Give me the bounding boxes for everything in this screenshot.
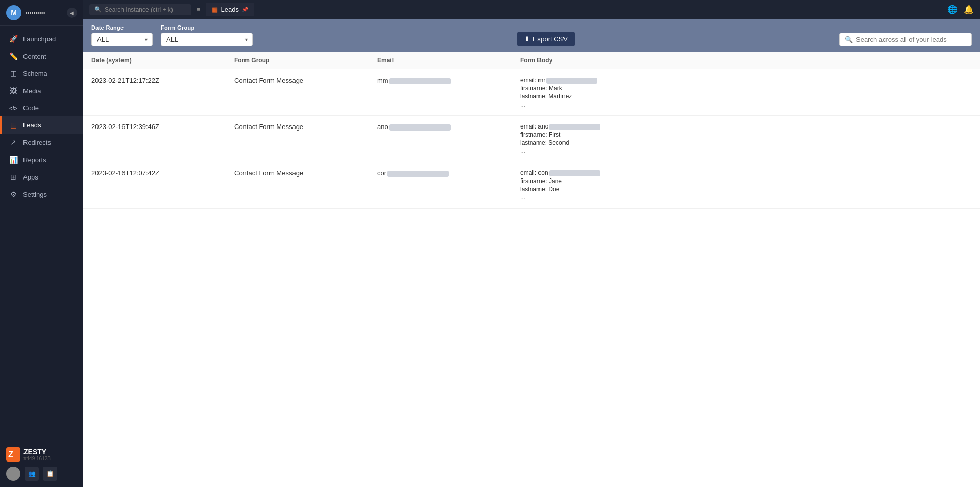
cell-form-group-3: Contact Form Message bbox=[234, 169, 377, 177]
form-group-select[interactable]: ALL Contact Form Message bbox=[161, 33, 253, 46]
sidebar-label-leads: Leads bbox=[23, 121, 41, 129]
sidebar-item-schema[interactable]: ◫ Schema bbox=[0, 65, 83, 82]
team-icon[interactable]: 👥 bbox=[24, 467, 39, 481]
filter-icon[interactable]: ≡ bbox=[197, 6, 201, 13]
sidebar-item-code[interactable]: </> Code bbox=[0, 99, 83, 116]
sidebar-toggle-button[interactable]: ◀ bbox=[67, 8, 77, 18]
sidebar-item-settings[interactable]: ⚙ Settings bbox=[0, 186, 83, 203]
cell-form-body-2: email: ano firstname: First lastname: Se… bbox=[520, 123, 972, 155]
form-body-line-2-2: firstname: First bbox=[520, 131, 966, 138]
form-body-line-3-3: lastname: Doe bbox=[520, 186, 966, 193]
cell-form-body-1: email: mr firstname: Mark lastname: Mart… bbox=[520, 76, 972, 108]
launchpad-icon: 🚀 bbox=[9, 35, 18, 43]
docs-icon[interactable]: 📋 bbox=[43, 467, 57, 481]
header-date: Date (system) bbox=[91, 57, 234, 64]
form-body-line-3-1: email: con bbox=[520, 169, 966, 176]
header-form-group: Form Group bbox=[234, 57, 377, 64]
sidebar-item-redirects[interactable]: ↗ Redirects bbox=[0, 134, 83, 151]
cell-date-1: 2023-02-21T12:17:22Z bbox=[91, 76, 234, 84]
leads-tab[interactable]: ▦ Leads 📌 bbox=[206, 3, 254, 16]
media-icon: 🖼 bbox=[9, 87, 18, 95]
sidebar-label-settings: Settings bbox=[23, 191, 47, 198]
leads-tab-icon: ▦ bbox=[212, 6, 218, 13]
header-form-body: Form Body bbox=[520, 57, 972, 64]
leads-search-input[interactable] bbox=[856, 36, 966, 43]
user-avatar-small[interactable] bbox=[6, 467, 20, 481]
email-blurred-2 bbox=[389, 124, 451, 131]
date-range-select[interactable]: ALL Last 7 Days Last 30 Days Last 90 Day… bbox=[91, 33, 153, 46]
zesty-logo-icon: Z bbox=[6, 447, 20, 462]
cell-email-3: cor bbox=[377, 169, 520, 177]
leads-tab-label: Leads bbox=[221, 6, 239, 13]
header-email: Email bbox=[377, 57, 520, 64]
download-icon: ⬇ bbox=[524, 35, 530, 43]
leads-search[interactable]: 🔍 bbox=[839, 33, 972, 46]
toolbar: Date Range ALL Last 7 Days Last 30 Days … bbox=[83, 19, 980, 52]
instance-id: #449 16123 bbox=[23, 456, 51, 462]
sidebar-label-code: Code bbox=[23, 104, 39, 112]
username: •••••••••• bbox=[26, 10, 67, 16]
settings-icon: ⚙ bbox=[9, 190, 18, 198]
form-body-more-2: ... bbox=[520, 147, 966, 155]
code-icon: </> bbox=[9, 105, 18, 111]
cell-form-group-2: Contact Form Message bbox=[234, 123, 377, 131]
form-body-line-3-2: firstname: Jane bbox=[520, 177, 966, 185]
sidebar-label-media: Media bbox=[23, 87, 41, 95]
reports-icon: 📊 bbox=[9, 156, 18, 164]
date-range-select-wrapper: ALL Last 7 Days Last 30 Days Last 90 Day… bbox=[91, 33, 153, 46]
form-body-line-2-3: lastname: Second bbox=[520, 139, 966, 146]
svg-text:Z: Z bbox=[8, 450, 13, 459]
content-icon: ✏️ bbox=[9, 52, 18, 60]
user-info: •••••••••• bbox=[26, 10, 67, 16]
instance-search-placeholder: Search Instance (ctrl + k) bbox=[105, 6, 173, 13]
sidebar-label-reports: Reports bbox=[23, 156, 46, 164]
date-range-group: Date Range ALL Last 7 Days Last 30 Days … bbox=[91, 24, 153, 46]
form-body-line-1-2: firstname: Mark bbox=[520, 85, 966, 92]
sidebar-item-content[interactable]: ✏️ Content bbox=[0, 47, 83, 65]
leads-search-icon: 🔍 bbox=[845, 36, 853, 43]
sidebar-label-schema: Schema bbox=[23, 70, 47, 78]
export-csv-button[interactable]: ⬇ Export CSV bbox=[517, 32, 575, 46]
zesty-brand-name: ZESTY bbox=[23, 448, 51, 456]
redirects-icon: ↗ bbox=[9, 138, 18, 146]
sidebar-item-launchpad[interactable]: 🚀 Launchpad bbox=[0, 30, 83, 47]
globe-icon[interactable]: 🌐 bbox=[947, 5, 958, 14]
sidebar-nav: 🚀 Launchpad ✏️ Content ◫ Schema 🖼 Media … bbox=[0, 26, 83, 441]
form-body-more-3: ... bbox=[520, 194, 966, 201]
zesty-logo: Z ZESTY #449 16123 bbox=[6, 447, 77, 462]
sidebar-item-reports[interactable]: 📊 Reports bbox=[0, 151, 83, 168]
topbar: 🔍 Search Instance (ctrl + k) ≡ ▦ Leads 📌… bbox=[83, 0, 980, 19]
leads-icon: ▦ bbox=[9, 121, 18, 129]
bell-icon[interactable]: 🔔 bbox=[964, 5, 974, 14]
topbar-right: 🌐 🔔 bbox=[947, 5, 974, 14]
cell-email-1: mm bbox=[377, 76, 520, 84]
form-group-label: Form Group bbox=[161, 24, 253, 31]
sidebar-label-apps: Apps bbox=[23, 173, 38, 181]
sidebar: M •••••••••• ◀ 🚀 Launchpad ✏️ Content ◫ … bbox=[0, 0, 83, 487]
sidebar-label-redirects: Redirects bbox=[23, 139, 51, 146]
apps-icon: ⊞ bbox=[9, 173, 18, 181]
date-range-label: Date Range bbox=[91, 24, 153, 31]
cell-date-3: 2023-02-16T12:07:42Z bbox=[91, 169, 234, 177]
form-group-group: Form Group ALL Contact Form Message bbox=[161, 24, 253, 46]
pin-icon[interactable]: 📌 bbox=[242, 7, 248, 12]
sidebar-label-launchpad: Launchpad bbox=[23, 35, 56, 43]
sidebar-item-apps[interactable]: ⊞ Apps bbox=[0, 168, 83, 186]
table-row: 2023-02-16T12:07:42Z Contact Form Messag… bbox=[83, 162, 980, 209]
avatar: M bbox=[6, 5, 21, 20]
email-blurred-3 bbox=[387, 171, 449, 177]
table-row: 2023-02-16T12:39:46Z Contact Form Messag… bbox=[83, 116, 980, 162]
form-body-line-1-1: email: mr bbox=[520, 76, 966, 84]
instance-search[interactable]: 🔍 Search Instance (ctrl + k) bbox=[89, 4, 191, 15]
form-body-more-1: ... bbox=[520, 101, 966, 108]
sidebar-footer: Z ZESTY #449 16123 👥 📋 bbox=[0, 441, 83, 487]
sidebar-item-media[interactable]: 🖼 Media bbox=[0, 82, 83, 99]
sidebar-label-content: Content bbox=[23, 53, 46, 60]
form-body-line-1-3: lastname: Martinez bbox=[520, 93, 966, 100]
sidebar-header: M •••••••••• ◀ bbox=[0, 0, 83, 26]
search-icon: 🔍 bbox=[94, 6, 102, 13]
schema-icon: ◫ bbox=[9, 69, 18, 78]
sidebar-item-leads[interactable]: ▦ Leads bbox=[0, 116, 83, 134]
export-btn-label: Export CSV bbox=[533, 35, 568, 43]
cell-date-2: 2023-02-16T12:39:46Z bbox=[91, 123, 234, 131]
